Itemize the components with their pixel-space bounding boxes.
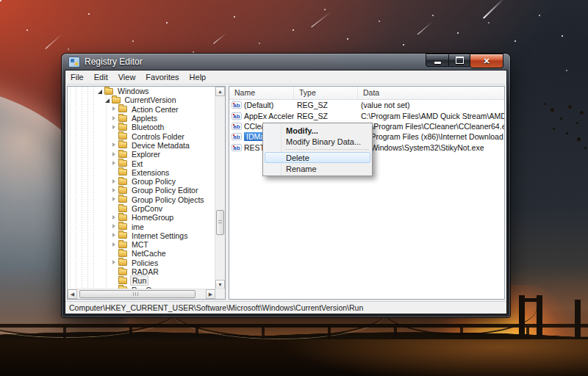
tree-item-label: Controls Folder	[130, 132, 186, 141]
column-header-name[interactable]: Name	[229, 87, 294, 99]
minimize-button[interactable]	[426, 54, 449, 67]
tree-item-group-policy-objects[interactable]: Group Policy Objects	[68, 195, 215, 204]
tree-item-action-center[interactable]: Action Center	[68, 105, 215, 114]
collapsed-arrow-icon[interactable]	[111, 151, 118, 158]
context-menu-item-rename[interactable]: Rename	[265, 163, 370, 174]
collapsed-arrow-icon[interactable]	[111, 196, 118, 203]
registry-editor-icon	[68, 57, 80, 68]
reg-sz-icon: ab	[232, 133, 242, 140]
folder-icon	[118, 124, 127, 131]
column-header-data[interactable]: Data	[358, 87, 504, 99]
collapsed-arrow-icon[interactable]	[111, 106, 118, 112]
expanded-arrow-icon[interactable]	[104, 97, 111, 104]
no-expander	[111, 206, 118, 212]
tree-item-radar[interactable]: RADAR	[68, 267, 215, 276]
value-data: (value not set)	[358, 101, 504, 109]
bridge-tower	[575, 300, 588, 341]
collapsed-arrow-icon[interactable]	[111, 187, 118, 194]
context-menu-item-modify[interactable]: Modify...	[265, 125, 370, 136]
tree-vertical-scrollbar[interactable]: ▲ ▼	[215, 87, 225, 289]
reg-sz-icon: ab	[232, 123, 242, 130]
scroll-right-button[interactable]: ▶	[206, 289, 215, 299]
context-menu-item-modify-binary-data[interactable]: Modify Binary Data...	[265, 136, 370, 147]
collapsed-arrow-icon[interactable]	[111, 160, 118, 167]
scroll-up-button[interactable]: ▲	[215, 87, 225, 96]
stars-decoration	[0, 0, 1, 1]
tree-item-netcache[interactable]: NetCache	[68, 249, 215, 258]
tree-item-device-metadata[interactable]: Device Metadata	[68, 141, 215, 150]
close-icon: ✕	[483, 57, 490, 65]
tree-item-grpconv[interactable]: GrpConv	[68, 204, 215, 213]
collapsed-arrow-icon[interactable]	[111, 124, 118, 131]
tree-item-controls-folder[interactable]: Controls Folder	[68, 131, 215, 140]
collapsed-arrow-icon[interactable]	[111, 232, 118, 239]
window-title: Registry Editor	[85, 57, 143, 67]
menu-file[interactable]: File	[65, 73, 89, 82]
tree-item-ext[interactable]: Ext	[68, 159, 215, 167]
value-row--default-[interactable]: ab(Default)REG_SZ(value not set)	[229, 100, 504, 110]
tree-item-currentversion[interactable]: CurrentVersion	[68, 95, 215, 104]
tree-item-label: Internet Settings	[130, 231, 189, 240]
tree-item-extensions[interactable]: Extensions	[68, 168, 215, 177]
tree-item-policies[interactable]: Policies	[68, 258, 215, 267]
vertical-scroll-thumb[interactable]	[216, 210, 224, 235]
tree-item-ime[interactable]: ime	[68, 222, 215, 231]
collapsed-arrow-icon[interactable]	[111, 223, 118, 230]
scroll-left-button[interactable]: ◀	[68, 289, 77, 299]
value-row-appex-accelerat-[interactable]: abAppEx Accelerat...REG_SZC:\Program Fil…	[229, 110, 504, 120]
tree-item-applets[interactable]: Applets	[68, 114, 215, 123]
context-menu-item-delete[interactable]: Delete	[265, 152, 370, 163]
tree-item-label: MCT	[130, 240, 150, 249]
folder-icon	[104, 88, 113, 95]
collapsed-arrow-icon[interactable]	[111, 178, 118, 185]
maximize-button[interactable]	[449, 54, 470, 67]
split-panes: WindowsCurrentVersionAction CenterApplet…	[65, 84, 506, 301]
tree-item-label: NetCache	[130, 249, 168, 258]
menu-favorites[interactable]: Favorites	[140, 73, 184, 82]
menu-help[interactable]: Help	[184, 73, 212, 82]
context-menu: Modify...Modify Binary Data...DeleteRena…	[262, 123, 373, 176]
tree-item-homegroup[interactable]: HomeGroup	[68, 213, 215, 222]
tree-item-mct[interactable]: MCT	[68, 240, 215, 249]
value-data: C:\Windows\System32\StikyNot.exe	[358, 143, 504, 152]
minimize-icon	[434, 62, 441, 64]
horizontal-scroll-thumb[interactable]	[79, 290, 196, 298]
tree-item-explorer[interactable]: Explorer	[68, 150, 215, 159]
desktop-wallpaper: Registry Editor ✕ File Edit View Favorit…	[0, 0, 588, 376]
collapsed-arrow-icon[interactable]	[111, 115, 118, 122]
values-list-pane: Name Type Data ab(Default)REG_SZ(value n…	[229, 86, 505, 300]
maximize-icon	[456, 57, 464, 64]
collapsed-arrow-icon[interactable]	[111, 142, 118, 148]
value-data: "C:\Program Files\CCleaner\CCleaner64.ex…	[358, 122, 504, 131]
tree-item-bluetooth[interactable]: Bluetooth	[68, 123, 215, 131]
tree-item-label: Extensions	[130, 168, 171, 177]
collapsed-arrow-icon[interactable]	[111, 242, 118, 248]
tree-item-run[interactable]: Run	[68, 276, 215, 285]
value-data: C:\Program Files (x86)\Internet Download…	[358, 132, 504, 141]
value-data: C:\Program Files\AMD Quick Stream\AMDQui…	[358, 112, 504, 120]
tree-item-label: Group Policy Editor	[130, 186, 199, 195]
tree-item-label: Windows	[116, 87, 151, 95]
tree-item-label: Group Policy Objects	[130, 195, 206, 204]
tree-item-internet-settings[interactable]: Internet Settings	[68, 231, 215, 240]
tree-item-label: Policies	[130, 258, 159, 267]
tree-item-label: GrpConv	[130, 204, 164, 213]
menu-view[interactable]: View	[113, 73, 141, 82]
collapsed-arrow-icon[interactable]	[111, 214, 118, 221]
tree-item-windows[interactable]: Windows	[68, 87, 215, 95]
folder-icon	[118, 214, 127, 221]
tree-item-group-policy[interactable]: Group Policy	[68, 177, 215, 186]
folder-icon	[118, 223, 127, 230]
expanded-arrow-icon[interactable]	[97, 88, 104, 95]
title-bar[interactable]: Registry Editor ✕	[62, 54, 510, 70]
value-name: (Default)	[244, 101, 273, 109]
close-button[interactable]: ✕	[470, 54, 503, 68]
menu-edit[interactable]: Edit	[89, 73, 113, 82]
tree-horizontal-scrollbar[interactable]: ◀ ▶	[68, 289, 225, 299]
list-header: Name Type Data	[229, 87, 504, 100]
collapsed-arrow-icon[interactable]	[111, 259, 118, 266]
folder-icon	[118, 115, 127, 122]
tree-item-group-policy-editor[interactable]: Group Policy Editor	[68, 186, 215, 195]
column-header-type[interactable]: Type	[294, 87, 358, 99]
tree-item-label: Applets	[130, 114, 159, 123]
